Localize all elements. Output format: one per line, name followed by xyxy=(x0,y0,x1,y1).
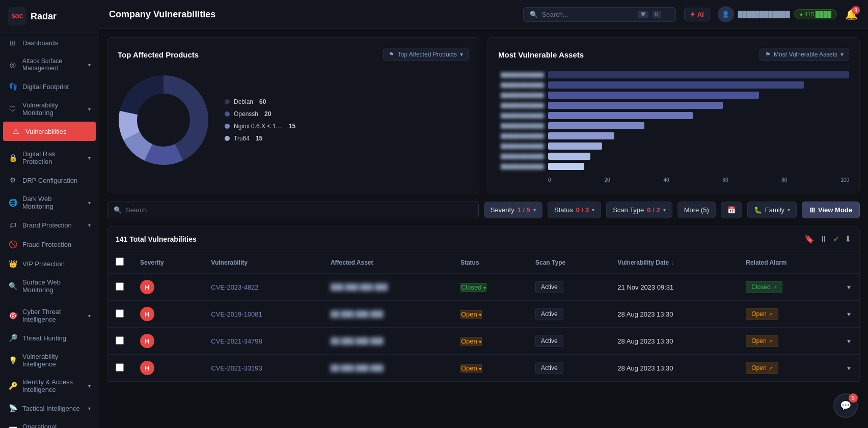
status-filter[interactable]: Status 0 / 3 ▾ xyxy=(548,202,601,218)
sidebar-item-attack-surface[interactable]: ◎ Attack Surface Management ▾ xyxy=(0,52,99,77)
row-checkbox[interactable] xyxy=(116,363,124,372)
sidebar-item-label: Surface Web Monitoring xyxy=(22,278,91,294)
chevron-down-icon: ▾ xyxy=(788,207,790,213)
view-mode-label: View Mode xyxy=(818,206,852,214)
sidebar: SOC Radar ⊞ Dashboards ◎ Attack Surface … xyxy=(0,0,99,428)
sidebar-item-digital-footprint[interactable]: 👣 Digital Footprint xyxy=(0,77,99,96)
chevron-down-icon: ▾ xyxy=(88,406,91,411)
select-all-checkbox[interactable] xyxy=(116,258,124,266)
related-alarm-badge[interactable]: Open ↗ xyxy=(746,362,778,374)
bar-fill xyxy=(548,163,584,170)
expand-row-button[interactable]: ▾ xyxy=(847,364,851,372)
sidebar-item-dark-web[interactable]: 🌐 Dark Web Monitoring ▾ xyxy=(0,190,99,215)
sidebar-item-vuln-monitoring[interactable]: 🛡 Vulnerability Monitoring ▾ xyxy=(0,96,99,122)
sidebar-item-surface-web[interactable]: 🔍 Surface Web Monitoring xyxy=(0,273,99,299)
ai-button[interactable]: ✦ AI xyxy=(684,8,710,21)
bar-fill xyxy=(548,71,849,78)
calendar-button[interactable]: 📅 xyxy=(721,202,742,218)
chart-filter-dropdown[interactable]: ⚑ Most Vulnerable Assets ▾ xyxy=(760,48,849,61)
sidebar-item-fraud-protection[interactable]: 🚫 Fraud Protection xyxy=(0,235,99,254)
chart-filter-dropdown[interactable]: ⚑ Top Affected Products ▾ xyxy=(383,48,469,61)
bar-track xyxy=(548,142,849,150)
row-checkbox[interactable] xyxy=(116,309,124,318)
bar-row: ████████████ xyxy=(498,122,849,129)
user-avatar: 👤 xyxy=(718,6,734,22)
expand-row-button[interactable]: ▾ xyxy=(847,337,851,345)
bookmark-icon[interactable]: 🔖 xyxy=(804,234,815,244)
bar-label: ████████████ xyxy=(498,72,544,78)
sidebar-item-digital-risk[interactable]: 🔒 Digital Risk Protection ▾ xyxy=(0,145,99,170)
bar-label: ████████████ xyxy=(498,133,544,139)
sidebar-item-tactical-intel[interactable]: 📡 Tactical Intelligence ▾ xyxy=(0,398,99,418)
cve-id[interactable]: CVE-2023-4822 xyxy=(203,274,322,301)
status-badge[interactable]: Open ▾ xyxy=(460,364,482,373)
vip-protection-icon: 👑 xyxy=(8,259,17,268)
affected-asset: ██.███.███.███ xyxy=(322,355,452,382)
scan-type-filter[interactable]: Scan Type 0 / 2 ▾ xyxy=(606,202,672,218)
sidebar-item-vuln-intelligence[interactable]: 💡 Vulnerability Intelligence xyxy=(0,348,99,373)
legend-value: 60 xyxy=(259,98,266,105)
legend-nginx: Nginx 0.6.X < 1.... 15 xyxy=(225,123,295,130)
tactical-intel-icon: 📡 xyxy=(8,404,17,413)
expand-row-button[interactable]: ▾ xyxy=(847,310,851,318)
row-checkbox[interactable] xyxy=(116,282,124,291)
expand-row-button[interactable]: ▾ xyxy=(847,283,851,291)
bar-track xyxy=(548,132,849,139)
cve-id[interactable]: CVE-2021-33193 xyxy=(203,355,322,382)
pause-icon[interactable]: ⏸ xyxy=(820,235,828,244)
col-severity: Severity xyxy=(132,251,203,274)
family-icon: 🐛 xyxy=(754,206,762,214)
vulnerability-search-input[interactable] xyxy=(126,206,472,214)
severity-filter[interactable]: Severity 1 / 5 ▾ xyxy=(484,202,542,218)
sidebar-item-label: Vulnerabilities xyxy=(25,128,66,135)
status-badge[interactable]: Closed ▾ xyxy=(460,283,486,292)
chevron-down-icon: ▾ xyxy=(88,222,91,228)
vulnerability-search[interactable]: 🔍 xyxy=(107,202,479,218)
related-alarm-badge[interactable]: Closed ↗ xyxy=(746,281,782,293)
bar-label: ████████████ xyxy=(498,123,544,129)
sidebar-item-drp-config[interactable]: ⚙ DRP Configuration xyxy=(0,170,99,190)
bar-track xyxy=(548,71,849,78)
status-badge[interactable]: Open ▾ xyxy=(460,337,482,346)
notification-button[interactable]: 🔔 9 xyxy=(845,8,858,20)
sidebar-item-operational-intel[interactable]: 📊 Operational Intelligence ▾ xyxy=(0,418,99,428)
chevron-down-icon: ▾ xyxy=(88,383,91,389)
bar-label: ████████████ xyxy=(498,164,544,169)
cve-id[interactable]: CVE-2021-34798 xyxy=(203,328,322,355)
view-mode-button[interactable]: ⊞ View Mode xyxy=(802,202,860,218)
legend-dot-openssh xyxy=(225,111,230,117)
more-filters-button[interactable]: More (5) xyxy=(677,202,716,218)
support-button[interactable]: 💬 9 xyxy=(833,393,858,418)
chevron-down-icon: ▾ xyxy=(479,339,481,345)
legend-value: 15 xyxy=(256,135,262,142)
donut-chart-svg xyxy=(118,74,209,166)
row-checkbox[interactable] xyxy=(116,336,124,345)
sidebar-item-identity-access[interactable]: 🔑 Identity & Access Intelligence ▾ xyxy=(0,373,99,398)
global-search-bar[interactable]: 🔍 ⌘ K xyxy=(523,7,676,22)
external-link-icon: ↗ xyxy=(769,311,773,317)
more-label: More (5) xyxy=(684,206,709,214)
family-filter[interactable]: 🐛 Family ▾ xyxy=(747,202,797,218)
status-badge[interactable]: Open ▾ xyxy=(460,310,482,319)
download-icon[interactable]: ⬇ xyxy=(845,234,851,244)
sidebar-item-vulnerabilities[interactable]: ⚠ Vulnerabilities xyxy=(3,122,96,141)
cve-id[interactable]: CVE-2019-10081 xyxy=(203,301,322,328)
affected-asset: ███.███.███.███ xyxy=(322,274,452,301)
related-alarm-badge[interactable]: Open ↗ xyxy=(746,335,778,347)
chevron-down-icon: ▾ xyxy=(88,106,91,112)
sidebar-item-cyber-threat[interactable]: 🎯 Cyber Threat Intelligence ▾ xyxy=(0,303,99,328)
sidebar-item-threat-hunting[interactable]: 🔎 Threat Hunting xyxy=(0,328,99,348)
check-icon[interactable]: ✓ xyxy=(833,234,839,244)
search-input[interactable] xyxy=(542,11,634,18)
sidebar-item-brand-protection[interactable]: 🏷 Brand Protection ▾ xyxy=(0,215,99,235)
sidebar-item-dashboards[interactable]: ⊞ Dashboards xyxy=(0,33,99,52)
sidebar-item-label: Tactical Intelligence xyxy=(22,405,80,412)
chart-card-header: Most Vulnerable Assets ⚑ Most Vulnerable… xyxy=(498,48,849,61)
chevron-down-icon: ▾ xyxy=(663,207,666,213)
sidebar-item-vip-protection[interactable]: 👑 VIP Protection xyxy=(0,254,99,273)
filter-label: Most Vulnerable Assets xyxy=(774,51,837,58)
related-alarm-badge[interactable]: Open ↗ xyxy=(746,308,778,320)
vulnerabilities-icon: ⚠ xyxy=(11,127,20,136)
logo-icon: SOC xyxy=(8,7,26,25)
sidebar-item-label: Digital Footprint xyxy=(22,83,69,91)
